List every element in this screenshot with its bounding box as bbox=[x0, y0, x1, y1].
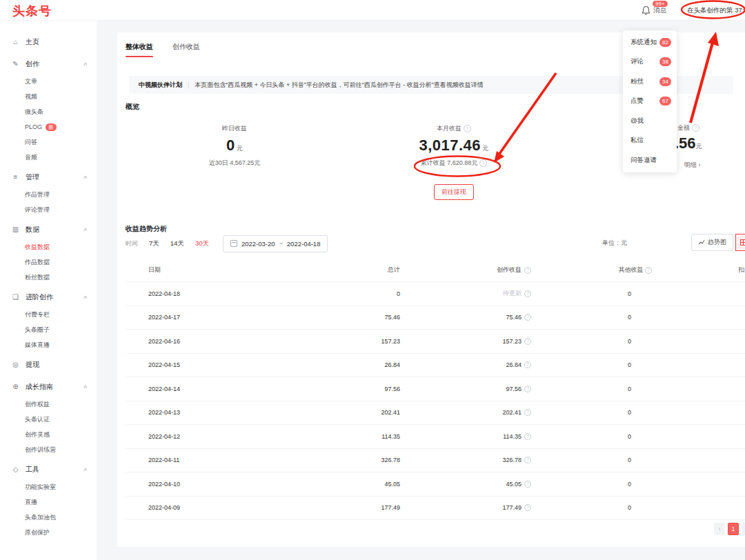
date-range-picker[interactable]: 2022-03-20 ~ 2022-04-18 bbox=[223, 235, 328, 252]
cell-other: 0 bbox=[531, 457, 652, 463]
sidebar-item[interactable]: 创作权益 bbox=[0, 397, 97, 412]
dropdown-item[interactable]: 私信 bbox=[623, 131, 677, 151]
tab[interactable]: 整体收益 bbox=[126, 42, 153, 57]
sidebar-item[interactable]: ⌂ 主页 bbox=[0, 32, 97, 52]
creation-days-link[interactable]: 在头条创作的第 37天 bbox=[687, 6, 745, 15]
cell-creation: 待更新 bbox=[503, 289, 522, 298]
dropdown-item[interactable]: 粉丝 34 bbox=[623, 72, 677, 92]
chevron-up-icon[interactable]: ∧ bbox=[83, 467, 88, 472]
cell-creation: 114.35 bbox=[503, 433, 522, 440]
sidebar-item[interactable]: 音频 bbox=[0, 150, 97, 165]
detail-table-button-partial[interactable] bbox=[735, 234, 745, 251]
page-1-button[interactable]: 1 bbox=[728, 523, 739, 535]
info-icon[interactable]: ? bbox=[524, 457, 531, 463]
table-header-row: 日期 总计 创作收益? 其他收益 ? 扣 bbox=[126, 259, 745, 282]
cell-total: 0 bbox=[290, 290, 400, 297]
dropdown-item[interactable]: @我 bbox=[623, 111, 677, 131]
sidebar-item[interactable]: 功能实验室 bbox=[0, 479, 97, 494]
sidebar-item[interactable]: 头条认证 bbox=[0, 412, 97, 427]
sidebar-item[interactable]: 头条圈子 bbox=[0, 322, 97, 337]
detail-link[interactable]: 明细 › bbox=[684, 161, 701, 170]
app-logo[interactable]: 头条号 bbox=[12, 3, 52, 19]
next-page-button[interactable] bbox=[742, 523, 745, 535]
cell-total: 26.84 bbox=[290, 361, 400, 368]
range-option[interactable]: 30天 bbox=[195, 239, 209, 248]
prev-page-button[interactable]: ‹ bbox=[714, 523, 725, 535]
sidebar-item[interactable]: PLOG 新 bbox=[0, 119, 97, 134]
info-icon[interactable]: ? bbox=[524, 314, 531, 321]
info-icon[interactable]: ? bbox=[524, 361, 531, 368]
info-icon[interactable]: ? bbox=[645, 267, 652, 274]
info-icon[interactable]: ? bbox=[524, 386, 531, 392]
info-icon[interactable]: ? bbox=[692, 124, 699, 132]
sidebar-item[interactable]: 作品数据 bbox=[0, 254, 97, 270]
chevron-up-icon[interactable]: ∧ bbox=[83, 384, 88, 390]
top-bar: 头条号 消息 99+ 在头条创作的第 37天 bbox=[0, 0, 745, 21]
info-icon[interactable]: ? bbox=[524, 433, 531, 440]
tab[interactable]: 创作收益 bbox=[172, 42, 200, 57]
dropdown-item[interactable]: 系统通知 82 bbox=[623, 32, 677, 52]
info-icon[interactable]: ? bbox=[479, 159, 487, 167]
sidebar-item-label: 管理 bbox=[26, 172, 39, 182]
sidebar-item[interactable]: ≡ 管理 ∧ bbox=[0, 167, 97, 187]
sidebar-item[interactable]: 原创保护 bbox=[0, 525, 97, 540]
sidebar-item-label: 视频 bbox=[25, 92, 37, 101]
sidebar-item[interactable]: ❏ 进阶创作 ∧ bbox=[0, 287, 97, 307]
table-row: 2022-04-14 97.56 97.56? 0 bbox=[126, 377, 745, 401]
sidebar-item[interactable]: 粉丝数据 bbox=[0, 270, 97, 285]
sidebar-item-label: 成长指南 bbox=[26, 382, 53, 392]
sidebar-item[interactable]: 直播 bbox=[0, 494, 97, 510]
sidebar-item[interactable]: 文章 bbox=[0, 74, 97, 89]
info-icon[interactable]: ? bbox=[524, 267, 531, 274]
dropdown-item-label: 点赞 bbox=[630, 97, 644, 106]
withdraw-button[interactable]: 前往提现 bbox=[434, 184, 474, 200]
range-option[interactable]: 14天 bbox=[170, 239, 184, 248]
dropdown-item[interactable]: 评论 38 bbox=[623, 52, 677, 72]
cell-total: 75.46 bbox=[290, 314, 400, 321]
sidebar-item[interactable]: ▥ 数据 ∧ bbox=[0, 219, 97, 239]
sidebar-item[interactable]: ◇ 工具 ∧ bbox=[0, 459, 97, 479]
dropdown-item[interactable]: 点赞 67 bbox=[623, 92, 677, 112]
dropdown-item-label: 问答邀请 bbox=[630, 156, 657, 165]
sidebar-item[interactable]: ◎ 提现 bbox=[0, 354, 97, 374]
sidebar-item[interactable]: 问答 bbox=[0, 134, 97, 150]
sidebar-item[interactable]: 微头条 bbox=[0, 104, 97, 119]
dropdown-item[interactable]: 问答邀请 bbox=[623, 150, 677, 170]
sidebar-item[interactable]: 媒体直播 bbox=[0, 337, 97, 352]
notice-lead[interactable]: 中视频伙伴计划 bbox=[139, 81, 182, 90]
info-icon[interactable]: ? bbox=[524, 409, 531, 416]
unit-label: 元 bbox=[482, 145, 489, 152]
chevron-up-icon[interactable]: ∧ bbox=[83, 174, 88, 180]
messages-button[interactable]: 消息 99+ bbox=[642, 0, 666, 21]
cell-creation: 202.41 bbox=[502, 409, 522, 416]
stat-yesterday: 昨日收益 0元 近30日 4,567.25元 bbox=[159, 121, 310, 168]
chevron-up-icon[interactable]: ∧ bbox=[83, 61, 88, 67]
info-icon[interactable]: ? bbox=[524, 290, 531, 297]
sidebar-item[interactable]: 评论管理 bbox=[0, 202, 97, 217]
chevron-up-icon[interactable]: ∧ bbox=[83, 227, 88, 232]
sidebar-item-label: 作品数据 bbox=[25, 258, 50, 267]
sidebar-item[interactable]: 收益数据 bbox=[0, 239, 97, 254]
range-option[interactable]: 7天 bbox=[149, 239, 159, 248]
info-icon[interactable]: ? bbox=[464, 125, 471, 132]
chevron-up-icon[interactable]: ∧ bbox=[83, 294, 88, 300]
count-badge: 82 bbox=[659, 38, 671, 47]
trend-chart-button[interactable]: 趋势图 bbox=[691, 234, 733, 251]
cell-date: 2022-04-16 bbox=[126, 338, 290, 345]
sidebar-item[interactable]: ✎ 创作 ∧ bbox=[0, 54, 97, 74]
new-badge: 新 bbox=[46, 123, 57, 131]
sidebar-item[interactable]: 视频 bbox=[0, 89, 97, 104]
sidebar-item[interactable]: 创作训练营 bbox=[0, 442, 97, 457]
info-icon[interactable]: ? bbox=[524, 504, 531, 511]
sidebar-item[interactable]: 头条加油包 bbox=[0, 510, 97, 525]
sidebar-item-label: 微头条 bbox=[25, 108, 43, 117]
info-icon[interactable]: ? bbox=[524, 481, 531, 488]
sidebar-item[interactable]: 作品管理 bbox=[0, 187, 97, 202]
sidebar-item[interactable]: 创作灵感 bbox=[0, 427, 97, 442]
sidebar-item-label: 作品管理 bbox=[25, 190, 50, 199]
sidebar-item[interactable]: ⊕ 成长指南 ∧ bbox=[0, 377, 97, 397]
cell-total: 202.41 bbox=[290, 409, 400, 416]
sidebar-item[interactable]: 付费专栏 bbox=[0, 307, 97, 322]
info-icon[interactable]: ? bbox=[524, 338, 531, 345]
stat-withdrawable-value: .56元 bbox=[675, 134, 702, 152]
